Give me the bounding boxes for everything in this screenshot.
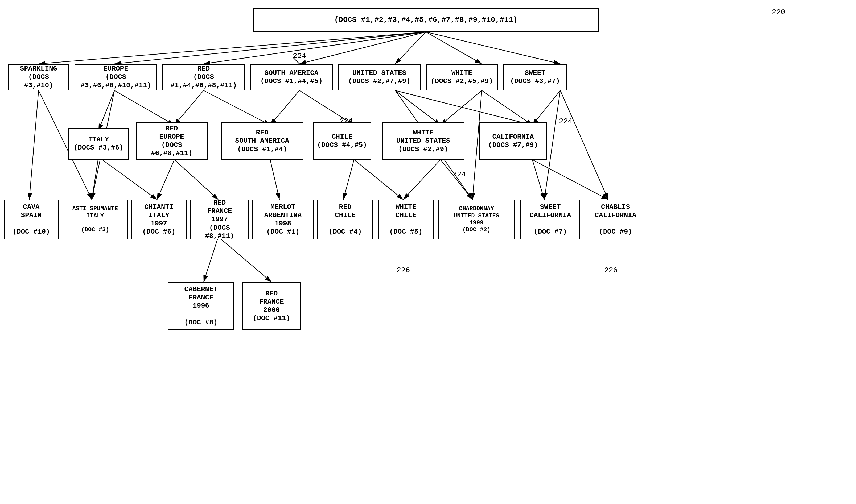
svg-line-33 bbox=[560, 90, 608, 200]
svg-line-14 bbox=[441, 90, 482, 125]
svg-line-30 bbox=[532, 160, 608, 200]
diagram-container: 220 222 224 224 224 224 226 226 226 bbox=[0, 0, 856, 504]
svg-line-17 bbox=[532, 90, 560, 125]
svg-line-13 bbox=[395, 90, 441, 125]
svg-line-1 bbox=[114, 32, 426, 64]
svg-line-9 bbox=[174, 90, 203, 125]
svg-line-18 bbox=[29, 90, 39, 200]
svg-line-22 bbox=[157, 160, 174, 200]
node-chile: CHILE(DOCS #4,#5) bbox=[313, 122, 371, 160]
node-merlot-argentina: MERLOTARGENTINA1998(DOC #1) bbox=[252, 200, 314, 239]
svg-line-6 bbox=[426, 32, 560, 64]
node-red-south-america: REDSOUTH AMERICA(DOCS #1,#4) bbox=[221, 122, 303, 160]
svg-line-5 bbox=[426, 32, 482, 64]
node-europe: EUROPE(DOCS #3,#6,#8,#10,#11) bbox=[74, 64, 157, 90]
node-italy: ITALY(DOCS #3,#6) bbox=[68, 128, 129, 160]
node-united-states: UNITED STATES(DOCS #2,#7,#9) bbox=[338, 64, 421, 90]
svg-line-11 bbox=[270, 90, 300, 125]
node-sweet-california: SWEETCALIFORNIA(DOC #7) bbox=[520, 200, 580, 239]
svg-line-4 bbox=[395, 32, 426, 64]
svg-line-24 bbox=[270, 160, 280, 200]
node-cabernet-france: CABERNETFRANCE1996(DOC #8) bbox=[168, 282, 234, 330]
svg-line-25 bbox=[343, 160, 354, 200]
svg-line-10 bbox=[203, 90, 270, 125]
node-white-united-states: WHITEUNITED STATES(DOCS #2,#9) bbox=[382, 122, 464, 160]
node-sparkling: SPARKLING(DOCS #3,#10) bbox=[8, 64, 69, 90]
node-cava-spain: CAVASPAIN(DOC #10) bbox=[4, 200, 58, 239]
node-red: RED(DOCS #1,#4,#6,#8,#11) bbox=[162, 64, 245, 90]
ref-label-224a: 224 bbox=[293, 52, 306, 60]
svg-line-34 bbox=[203, 237, 218, 282]
fig-label-220: 220 bbox=[772, 8, 785, 16]
node-white-chile: WHITECHILE(DOC #5) bbox=[378, 200, 434, 239]
node-chardonnay: CHARDONNAYUNITED STATES1999(DOC #2) bbox=[438, 200, 515, 239]
svg-line-26 bbox=[354, 160, 403, 200]
svg-line-0 bbox=[39, 32, 426, 64]
node-chablis-california: CHABLISCALIFORNIA(DOC #9) bbox=[586, 200, 645, 239]
node-south-america: SOUTH AMERICA(DOCS #1,#4,#5) bbox=[250, 64, 333, 90]
svg-line-28 bbox=[403, 160, 441, 200]
svg-line-27 bbox=[441, 160, 472, 200]
node-asti-spumante: ASTI SPUMANTEITALY(DOC #3) bbox=[63, 200, 128, 239]
svg-line-7 bbox=[99, 90, 114, 130]
node-california: CALIFORNIA(DOCS #7,#9) bbox=[479, 122, 547, 160]
node-red-france: REDFRANCE1997(DOCS #8,#11) bbox=[190, 200, 249, 239]
node-root: (DOCS #1,#2,#3,#4,#5,#6,#7,#8,#9,#10,#11… bbox=[253, 8, 599, 32]
svg-line-21 bbox=[99, 157, 157, 200]
node-red-chile: REDCHILE(DOC #4) bbox=[317, 200, 373, 239]
svg-line-3 bbox=[300, 32, 426, 64]
ref-label-226a: 226 bbox=[397, 266, 410, 274]
svg-line-15 bbox=[482, 90, 532, 125]
svg-line-8 bbox=[114, 90, 174, 125]
ref-label-226c: 226 bbox=[604, 266, 618, 274]
node-chianti: CHIANTIITALY1997(DOC #6) bbox=[131, 200, 187, 239]
svg-line-35 bbox=[218, 237, 271, 282]
svg-line-23 bbox=[174, 160, 218, 200]
ref-label-224d: 224 bbox=[559, 117, 572, 125]
node-red-france-2000: REDFRANCE2000(DOC #11) bbox=[242, 282, 301, 330]
svg-line-2 bbox=[203, 32, 426, 64]
node-red-europe: REDEUROPE(DOCS #6,#8,#11) bbox=[136, 122, 208, 160]
ref-label-224c: 224 bbox=[452, 170, 466, 179]
node-sweet: SWEET(DOCS #3,#7) bbox=[503, 64, 567, 90]
svg-line-16 bbox=[395, 90, 532, 125]
svg-line-29 bbox=[532, 160, 544, 200]
svg-line-20 bbox=[92, 157, 99, 200]
node-white: WHITE(DOCS #2,#5,#9) bbox=[426, 64, 498, 90]
